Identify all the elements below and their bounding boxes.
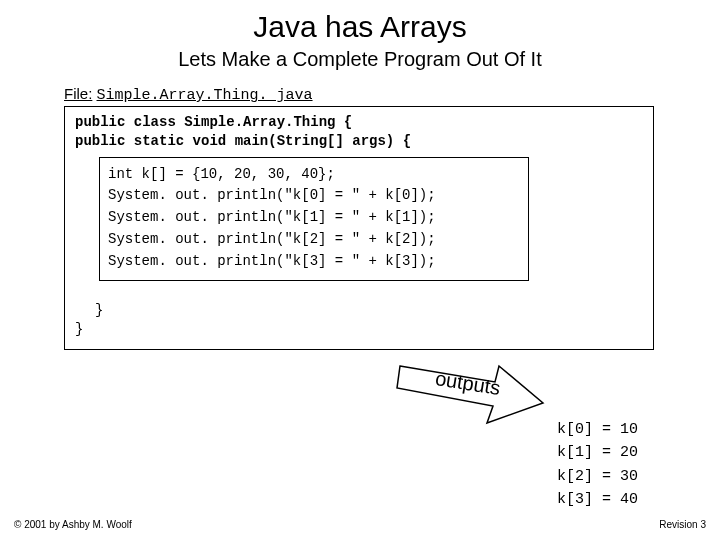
output-line: k[1] = 20 xyxy=(557,441,638,464)
arrow-icon xyxy=(395,358,545,428)
file-prefix: File: xyxy=(64,85,92,102)
code-inner-box: int k[] = {10, 20, 30, 40}; System. out.… xyxy=(99,157,529,281)
code-line: int k[] = {10, 20, 30, 40}; xyxy=(108,164,520,186)
slide-title: Java has Arrays xyxy=(0,10,720,44)
file-label: File: Simple.Array.Thing. java xyxy=(64,85,720,104)
footer-revision: Revision 3 xyxy=(659,519,706,530)
close-main: } xyxy=(95,301,643,320)
footer-copyright: © 2001 by Ashby M. Woolf xyxy=(14,519,132,530)
code-line: System. out. println("k[3] = " + k[3]); xyxy=(108,251,520,273)
file-name: Simple.Array.Thing. java xyxy=(97,87,313,104)
code-outer-box: public class Simple.Array.Thing { public… xyxy=(64,106,654,350)
main-declaration: public static void main(String[] args) { xyxy=(75,132,643,151)
code-line: System. out. println("k[1] = " + k[1]); xyxy=(108,207,520,229)
code-line: System. out. println("k[2] = " + k[2]); xyxy=(108,229,520,251)
program-output: k[0] = 10 k[1] = 20 k[2] = 30 k[3] = 40 xyxy=(557,418,638,511)
closing-braces: } } xyxy=(75,301,643,339)
slide-subtitle: Lets Make a Complete Program Out Of It xyxy=(0,48,720,71)
output-line: k[3] = 40 xyxy=(557,488,638,511)
class-declaration: public class Simple.Array.Thing { xyxy=(75,113,643,132)
close-class: } xyxy=(75,320,643,339)
outputs-arrow: outputs xyxy=(395,358,545,428)
output-line: k[2] = 30 xyxy=(557,465,638,488)
arrow-label: outputs xyxy=(434,367,502,400)
output-line: k[0] = 10 xyxy=(557,418,638,441)
svg-marker-0 xyxy=(397,366,543,423)
code-line: System. out. println("k[0] = " + k[0]); xyxy=(108,185,520,207)
